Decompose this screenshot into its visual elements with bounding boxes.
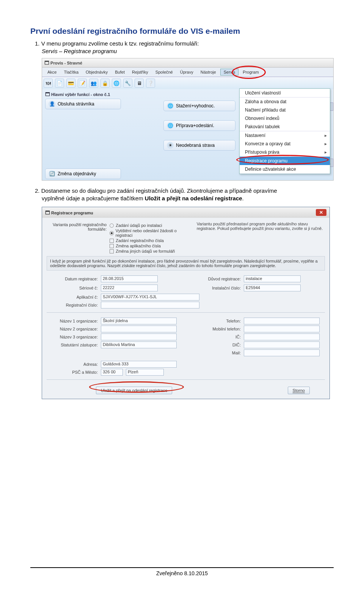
user-icon: 👥 (91, 80, 97, 86)
toolbar-icon[interactable]: 🔧 (123, 79, 132, 88)
radio-zadani-po-instalaci[interactable] (110, 223, 114, 228)
radio-label: Zadání registračního čísla (116, 238, 164, 243)
user-icon: 👤 (49, 101, 55, 107)
menu-bufet[interactable]: Bufet (112, 69, 128, 75)
label-mail: Mail: (190, 351, 241, 355)
mid-item-neodebrana[interactable]: ☀Neodebraná strava (163, 140, 235, 151)
menu-nastroje[interactable]: Nástroje (198, 69, 219, 75)
sun-icon: ☀ (167, 142, 174, 149)
menu-upravy[interactable]: Úpravy (177, 69, 196, 75)
refresh-icon: 🔄 (49, 170, 55, 177)
menu-objednavky[interactable]: Objednávky (83, 69, 111, 75)
toolbar-icon[interactable]: 📄 (55, 79, 64, 88)
label-aplikacni: Aplikační č: (47, 295, 98, 299)
toolbar-icon[interactable]: 🔒 (100, 79, 110, 88)
step-1-path: Servis – Registrace programu (42, 48, 334, 54)
storno-button[interactable]: Storno (288, 387, 310, 394)
page-title: První odeslání registračního formuláře d… (30, 27, 334, 36)
input-mail[interactable] (244, 349, 320, 356)
left-item-zmena[interactable]: 🔄Změna objednávky (45, 168, 121, 179)
dd-pakovani[interactable]: Pakování tabulek (240, 123, 330, 131)
dd-nastaveni[interactable]: Nastavení (240, 131, 330, 140)
annotation-ellipse-servis (232, 66, 266, 79)
step-2-text-b: vyplněné údaje a pokračujeme tlačítkem U… (42, 195, 329, 201)
info-paragraph: I když je program plně funkční již po do… (47, 256, 325, 271)
input-nazev1[interactable]: Školní jídelna (101, 318, 177, 324)
label-mobil: Mobilní telefon: (190, 327, 241, 331)
menu-spolecne[interactable]: Společné (152, 69, 176, 75)
toolbar-icon[interactable]: 🖥 (135, 79, 144, 88)
toolbar-icon[interactable]: 🌐 (112, 79, 121, 88)
label-ic: IČ: (190, 335, 241, 339)
label-nazev3: Název 3 organizace: (47, 335, 98, 339)
variant-help-text: Variantu použití přednastaví program pod… (197, 222, 325, 254)
dd-nacteni[interactable]: Načtení příkladu dat (240, 106, 330, 114)
dd-obnoveni[interactable]: Obnovení indexů (240, 114, 330, 123)
input-telefon[interactable] (244, 318, 320, 324)
input-instalacni[interactable]: E25944 (244, 285, 301, 291)
pc-icon: 🖥 (137, 80, 142, 86)
dd-definice[interactable]: Definice uživatelské akce (240, 165, 330, 173)
dd-ulozeni[interactable]: Uložení vlastností (240, 89, 330, 97)
radio-vytisteni[interactable] (110, 231, 114, 235)
label-adresa: Adresa: (47, 362, 98, 367)
radio-label: Vytištění nebo odeslání žádosti o regist… (116, 228, 191, 238)
globe-icon: 🌐 (113, 80, 119, 86)
panel-icon: 🗔 (45, 91, 50, 97)
toolbar-icon[interactable]: ❔ (146, 79, 155, 88)
input-mesto[interactable]: Plzeň (126, 369, 164, 376)
input-aplikacni[interactable]: SJXV00WF-XJ77X-YIX1-SJL (101, 294, 199, 301)
footer-text: Zveřejněno 8.10.2015 (0, 570, 364, 576)
dd-zaloha[interactable]: Záloha a obnova dat (240, 98, 330, 106)
input-datum[interactable]: 28.08.2015 (101, 275, 158, 282)
step-2-text-a: 2. Dostaneme so do dialogu pro zadání re… (35, 187, 329, 194)
check-zadani-reg[interactable] (110, 239, 114, 243)
input-duvod[interactable]: instalace (244, 275, 301, 282)
label-duvod: Důvod registrace: (190, 277, 241, 281)
label-nazev2: Název 2 organizace: (47, 327, 98, 331)
input-dic[interactable] (244, 341, 320, 348)
menu-rejstriky[interactable]: Rejstříky (129, 69, 151, 75)
toolbar-icon[interactable]: 💳 (66, 79, 75, 88)
label-telefon: Telefon: (190, 319, 241, 323)
input-registracni[interactable] (101, 302, 199, 308)
lock-icon: 🔒 (102, 80, 108, 86)
menu-tlacitka[interactable]: Tlačítka (61, 69, 82, 75)
dd-konverze[interactable]: Konverze a opravy dat (240, 140, 330, 148)
mid-item-stazeni[interactable]: 🌐Stažení+vyhodnoc. (163, 101, 235, 111)
panel-title: 🗔 Hlavní výběr funkcí - okno č.1 (45, 91, 121, 97)
toolbar-icon[interactable]: 🍽 (44, 79, 53, 88)
mid-item-priprava[interactable]: 🌐Příprava+odeslání. (163, 120, 235, 131)
menu-bar: Akce Tlačítka Objednávky Bufet Rejstříky… (42, 68, 333, 77)
input-statutarni[interactable]: Diblíková Martina (101, 341, 177, 348)
annotation-ellipse-registrace (236, 155, 329, 165)
close-button[interactable]: ✕ (316, 209, 326, 216)
label-registracni: Registrační číslo: (47, 303, 98, 307)
input-seriove[interactable]: 22222 (101, 285, 158, 291)
input-nazev2[interactable] (101, 326, 177, 332)
radio-label: Zadání údajů po instalaci (116, 223, 162, 228)
app-icon: 🗔 (44, 60, 49, 66)
input-mobil[interactable] (244, 326, 320, 332)
dialog-icon: 🗔 (45, 210, 50, 216)
window-title: 🗔 Provis - Stravné (42, 58, 333, 68)
variant-radios: Zadání údajů po instalaci Vytištění nebo… (110, 223, 191, 254)
flag-icon: 🍽 (46, 80, 51, 86)
screenshot-main-window: 🗔 Provis - Stravné Akce Tlačítka Objedná… (42, 58, 334, 181)
input-ic[interactable] (244, 334, 320, 340)
toolbar-icon[interactable]: 📝 (78, 79, 87, 88)
label-nazev1: Název 1 organizace: (47, 319, 98, 323)
input-psc[interactable]: 326 00 (101, 369, 123, 376)
help-icon: ❔ (147, 80, 154, 86)
label-statutarni: Statutární zástupce: (47, 343, 98, 347)
menu-akce[interactable]: Akce (44, 69, 60, 75)
input-nazev3[interactable] (101, 334, 177, 340)
check-zmena-apl[interactable] (110, 244, 114, 248)
note-icon: 📝 (79, 80, 85, 86)
dialog-titlebar: 🗔 Registrace programu ✕ (42, 207, 329, 218)
left-item-obsluha[interactable]: 👤Obsluha strávníka (45, 99, 121, 109)
globe-icon: 🌐 (167, 102, 174, 109)
check-zmena-jinych[interactable] (110, 249, 114, 253)
toolbar-icon[interactable]: 👥 (89, 79, 98, 88)
input-adresa[interactable]: Gulášová 333 (101, 361, 177, 368)
